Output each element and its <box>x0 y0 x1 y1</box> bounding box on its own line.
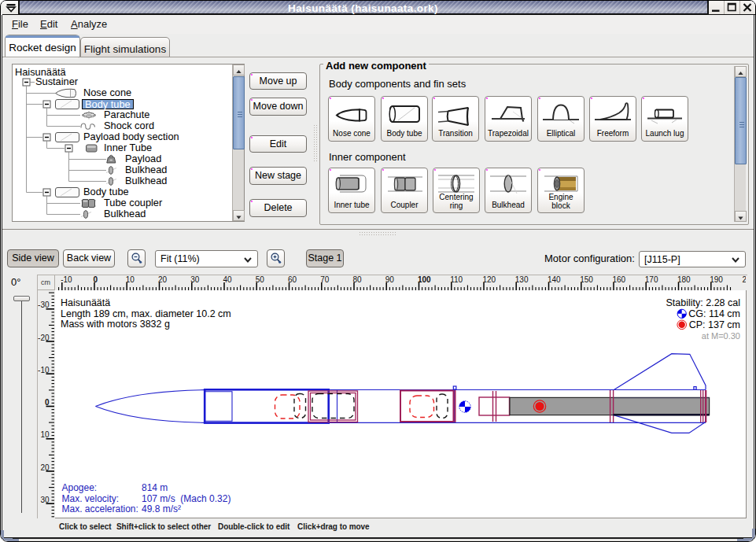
svg-text:50: 50 <box>256 275 265 284</box>
svg-text:10: 10 <box>40 430 50 439</box>
svg-text:Haisunäätä: Haisunäätä <box>61 297 110 308</box>
svg-text:107 m/s (Mach 0.32): 107 m/s (Mach 0.32) <box>142 493 230 504</box>
svg-text:Stability: 2.28 cal: Stability: 2.28 cal <box>666 297 741 308</box>
svg-text:80: 80 <box>353 275 363 284</box>
svg-text:-20: -20 <box>38 334 50 342</box>
svg-text:-30: -30 <box>38 300 50 309</box>
svg-text:70: 70 <box>320 275 330 284</box>
svg-text:170: 170 <box>645 275 658 284</box>
svg-text:CG: 114 cm: CG: 114 cm <box>688 308 740 319</box>
svg-text:60: 60 <box>288 275 297 284</box>
svg-text:Max. velocity:: Max. velocity: <box>62 493 120 504</box>
svg-text:40: 40 <box>223 275 233 284</box>
svg-text:160: 160 <box>613 275 626 284</box>
svg-text:-10: -10 <box>61 275 72 284</box>
svg-text:190: 190 <box>710 275 723 284</box>
svg-text:30: 30 <box>40 496 50 504</box>
svg-text:100: 100 <box>418 275 431 284</box>
svg-text:-10: -10 <box>38 366 50 374</box>
svg-text:Mass with motors 3832 g: Mass with motors 3832 g <box>61 319 170 330</box>
svg-text:20: 20 <box>40 463 50 472</box>
svg-text:Length 189 cm, max. diameter 1: Length 189 cm, max. diameter 10.2 cm <box>61 308 231 319</box>
svg-text:130: 130 <box>515 275 529 284</box>
svg-text:0: 0 <box>45 398 50 407</box>
svg-text:180: 180 <box>677 275 691 284</box>
svg-text:Max. acceleration:: Max. acceleration: <box>62 503 138 514</box>
svg-text:140: 140 <box>548 275 561 284</box>
svg-text:120: 120 <box>483 275 496 284</box>
svg-text:10: 10 <box>126 275 135 284</box>
svg-text:CP: 137 cm: CP: 137 cm <box>689 319 740 330</box>
svg-text:30: 30 <box>190 275 200 284</box>
svg-text:20: 20 <box>158 275 168 284</box>
svg-text:0: 0 <box>94 275 98 284</box>
svg-text:49.8 m/s²: 49.8 m/s² <box>142 503 181 514</box>
svg-text:90: 90 <box>385 275 395 284</box>
svg-text:814 m: 814 m <box>142 482 168 493</box>
svg-text:Apogee:: Apogee: <box>62 482 98 493</box>
svg-text:200: 200 <box>743 275 747 284</box>
svg-text:at M=0.30: at M=0.30 <box>702 331 740 341</box>
svg-text:110: 110 <box>450 275 463 284</box>
svg-text:150: 150 <box>580 275 593 284</box>
